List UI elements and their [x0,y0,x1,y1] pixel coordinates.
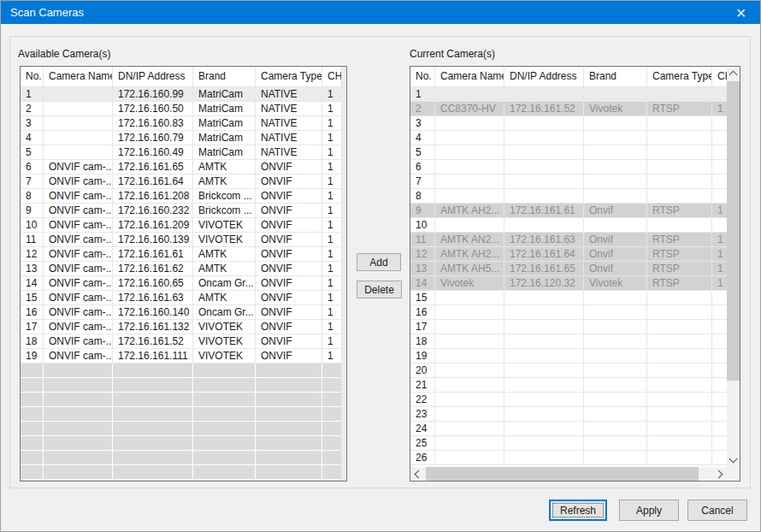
cell-type [647,189,712,203]
cell-no: 3 [410,116,435,130]
table-row[interactable]: 10 [410,218,727,233]
close-button[interactable]: × [722,1,760,24]
cell-name [435,160,504,174]
table-row[interactable]: 5 [410,145,727,160]
table-row[interactable]: 3 [410,116,727,131]
scroll-up-button[interactable] [727,67,740,80]
cell-brand [584,378,647,392]
horizontal-scrollbar[interactable] [410,467,727,481]
available-cameras-table[interactable]: No.Camera NameDN/IP AddressBrandCamera T… [20,66,347,482]
cell-no: 19 [21,349,44,363]
table-row[interactable]: 1172.16.160.99MatriCamNATIVE1 [21,87,342,102]
table-row[interactable]: 22 [410,393,727,407]
table-row[interactable]: 8 [410,189,727,204]
cell-name: CC8370-HV [435,102,504,115]
chevron-left-icon [415,470,423,478]
table-row[interactable]: 6 [410,160,727,174]
cell-type [647,131,712,145]
table-row[interactable]: 1 [410,87,727,102]
table-row[interactable]: 7ONVIF cam-...172.16.161.64AMTKONVIF1 [21,174,342,189]
vertical-scrollbar[interactable] [727,67,740,467]
table-row[interactable]: 26 [410,451,727,465]
empty-row [21,451,342,465]
cell-ch [712,422,727,435]
cell-ip [504,364,584,377]
table-row[interactable]: 17 [410,320,727,334]
table-row[interactable]: 14ONVIF cam-...172.16.160.65Oncam Gr...O… [21,276,342,291]
table-row[interactable]: 11ONVIF cam-...172.16.160.139VIVOTEKONVI… [21,233,342,247]
table-row[interactable]: 12ONVIF cam-...172.16.161.61AMTKONVIF1 [21,247,342,262]
scroll-left-button[interactable] [410,467,424,481]
cell-type [647,436,712,450]
table-row[interactable]: 9ONVIF cam-...172.16.160.232Brickcom ...… [21,204,342,218]
scroll-down-button[interactable] [727,453,740,467]
table-row[interactable]: 19ONVIF cam-...172.16.161.111VIVOTEKONVI… [21,349,342,364]
column-header-brand: Brand [193,67,256,86]
delete-button[interactable]: Delete [357,281,402,299]
table-row[interactable]: 5172.16.160.49MatriCamNATIVE1 [21,145,342,160]
table-row[interactable]: 18 [410,334,727,349]
cell-brand: MatriCam [193,87,256,101]
cell-ch: 1 [322,204,342,217]
vertical-scrollbar-thumb[interactable] [727,81,740,381]
table-row[interactable]: 15 [410,291,727,305]
current-cameras-table[interactable]: No.Camera NameDN/IP AddressBrandCamera T… [410,66,740,482]
table-row[interactable]: 23 [410,407,727,422]
chevron-up-icon [729,71,738,80]
table-row[interactable]: 16 [410,305,727,320]
table-row[interactable]: 15ONVIF cam-...172.16.161.63AMTKONVIF1 [21,291,342,305]
table-row[interactable]: 14Vivotek172.16.120.32VivotekRTSP1 [410,276,727,291]
cell-ch [712,174,727,188]
cell-name [435,407,504,421]
cell-ch [712,145,727,159]
horizontal-scrollbar-thumb[interactable] [426,467,699,481]
table-row[interactable]: 12AMTK AH2...172.16.161.64OnvifRTSP1 [410,247,727,262]
table-row[interactable]: 4 [410,131,727,145]
table-row[interactable]: 3172.16.160.83MatriCamNATIVE1 [21,116,342,131]
table-row[interactable]: 2CC8370-HV172.16.161.52VivotekRTSP1 [410,102,727,116]
cell-ip: 172.16.160.232 [113,204,193,217]
cell-type: ONVIF [256,174,322,188]
empty-cell [256,364,322,377]
table-row[interactable]: 2172.16.160.50MatriCamNATIVE1 [21,102,342,116]
table-row[interactable]: 21 [410,378,727,393]
table-row[interactable]: 19 [410,349,727,364]
table-row[interactable]: 7 [410,174,727,189]
cell-brand [584,451,647,464]
cell-ip [504,131,584,145]
cancel-button[interactable]: Cancel [687,499,747,521]
cell-no: 14 [21,276,44,290]
table-row[interactable]: 25 [410,436,727,451]
empty-cell [193,465,256,479]
apply-button[interactable]: Apply [619,499,679,521]
empty-cell [21,407,44,421]
add-button[interactable]: Add [357,253,401,271]
table-row[interactable]: 24 [410,422,727,436]
table-row[interactable]: 6ONVIF cam-...172.16.161.65AMTKONVIF1 [21,160,342,174]
scroll-right-button[interactable] [713,467,727,481]
empty-row [21,436,342,451]
cell-ch: 1 [712,204,727,217]
table-row[interactable]: 13AMTK AH5...172.16.161.65OnvifRTSP1 [410,262,727,276]
table-row[interactable]: 17ONVIF cam-...172.16.161.132VIVOTEKONVI… [21,320,342,334]
table-row[interactable]: 20 [410,364,727,378]
empty-cell [193,407,256,421]
table-row[interactable]: 4172.16.160.79MatriCamNATIVE1 [21,131,342,145]
cell-no: 13 [21,262,44,275]
table-row[interactable]: 8ONVIF cam-...172.16.161.208Brickcom ...… [21,189,342,204]
cell-name: ONVIF cam-... [44,218,113,232]
table-row[interactable]: 18ONVIF cam-...172.16.161.52VIVOTEKONVIF… [21,334,342,349]
cell-name: Vivotek [435,276,504,290]
table-row[interactable]: 10ONVIF cam-...172.16.161.209VIVOTEKONVI… [21,218,342,233]
cell-ip: 172.16.161.63 [113,291,193,304]
cell-type [647,334,712,348]
table-row[interactable]: 16ONVIF cam-...172.16.160.140Oncam Gr...… [21,305,342,320]
cell-ch [712,349,727,363]
table-row[interactable]: 9AMTK AH2...172.16.161.61OnvifRTSP1 [410,204,727,218]
cell-ch: 1 [712,247,727,261]
cell-no: 7 [21,174,44,188]
refresh-button[interactable]: Refresh [549,499,607,521]
table-row[interactable]: 13ONVIF cam-...172.16.161.62AMTKONVIF1 [21,262,342,276]
cell-no: 25 [410,436,435,450]
table-row[interactable]: 11AMTK AN2...172.16.161.63OnvifRTSP1 [410,233,727,247]
